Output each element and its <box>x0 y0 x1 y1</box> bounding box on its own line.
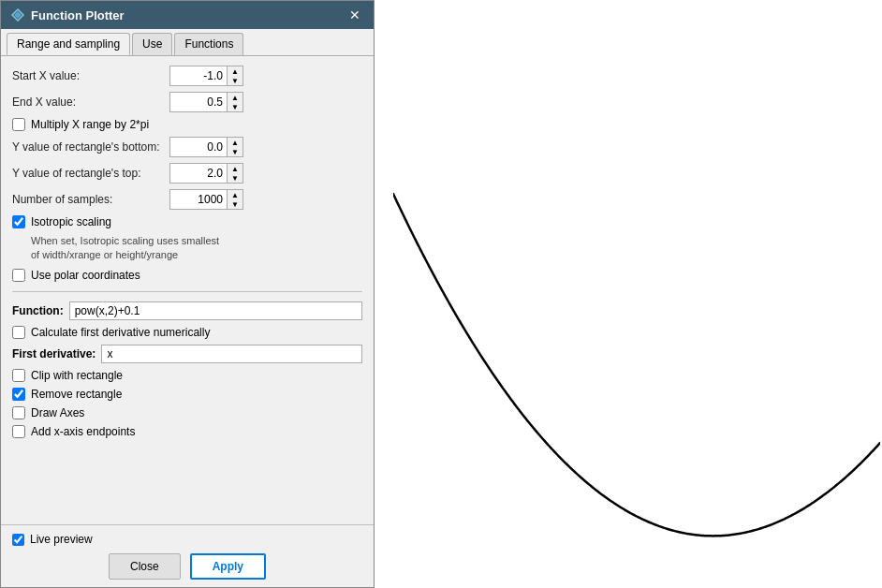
start-x-up[interactable]: ▲ <box>228 66 243 76</box>
separator-1 <box>12 291 362 292</box>
num-samples-spinner: ▲ ▼ <box>169 189 243 210</box>
live-preview-label: Live preview <box>30 533 93 546</box>
start-x-label: Start X value: <box>12 69 162 82</box>
isotropic-hint: When set, Isotropic scaling uses smalles… <box>31 234 362 263</box>
num-samples-row: Number of samples: ▲ ▼ <box>12 189 362 210</box>
function-row: Function: <box>12 301 362 320</box>
function-input[interactable] <box>69 301 362 320</box>
app-icon <box>10 7 25 22</box>
tab-content: Start X value: ▲ ▼ End X value: ▲ ▼ <box>1 56 374 524</box>
title-bar: Function Plotter ✕ <box>1 1 374 29</box>
y-top-down[interactable]: ▼ <box>228 173 243 183</box>
derivative-checkbox[interactable] <box>12 326 25 339</box>
title-bar-left: Function Plotter <box>10 7 125 22</box>
remove-rect-row: Remove rectangle <box>12 388 362 401</box>
isotropic-row: Isotropic scaling <box>12 215 362 228</box>
polar-row: Use polar coordinates <box>12 269 362 282</box>
clip-label: Clip with rectangle <box>31 369 123 382</box>
y-top-arrows: ▲ ▼ <box>227 164 243 183</box>
end-x-down[interactable]: ▼ <box>228 102 243 111</box>
add-endpoints-row: Add x-axis endpoints <box>12 425 362 438</box>
first-derivative-input[interactable] <box>101 345 362 363</box>
clip-row: Clip with rectangle <box>12 369 362 382</box>
end-x-input[interactable] <box>170 94 227 110</box>
num-samples-up[interactable]: ▲ <box>228 190 243 199</box>
clip-checkbox[interactable] <box>12 369 25 382</box>
num-samples-arrows: ▲ ▼ <box>227 190 243 209</box>
polar-checkbox[interactable] <box>12 269 25 282</box>
y-top-input[interactable] <box>170 165 227 182</box>
end-x-label: End X value: <box>12 96 162 109</box>
multiply-checkbox[interactable] <box>12 118 25 131</box>
y-bottom-label: Y value of rectangle's bottom: <box>12 140 162 154</box>
num-samples-input[interactable] <box>170 191 227 208</box>
footer-buttons: Close Apply <box>12 553 362 580</box>
polar-label: Use polar coordinates <box>31 269 140 282</box>
tab-bar: Range and sampling Use Functions <box>1 29 374 56</box>
draw-axes-checkbox[interactable] <box>12 406 25 419</box>
start-x-down[interactable]: ▼ <box>228 76 243 85</box>
isotropic-checkbox[interactable] <box>12 215 25 228</box>
draw-axes-label: Draw Axes <box>31 406 84 419</box>
isotropic-hint-line2: of width/xrange or height/yrange <box>31 249 178 260</box>
tab-functions[interactable]: Functions <box>174 33 243 55</box>
num-samples-label: Number of samples: <box>12 193 162 206</box>
start-x-row: Start X value: ▲ ▼ <box>12 66 362 86</box>
start-x-arrows: ▲ ▼ <box>227 66 243 85</box>
add-endpoints-label: Add x-axis endpoints <box>31 425 135 438</box>
y-top-label: Y value of rectangle's top: <box>12 167 162 180</box>
y-bottom-row: Y value of rectangle's bottom: ▲ ▼ <box>12 137 362 157</box>
end-x-spinner: ▲ ▼ <box>169 92 243 112</box>
y-bottom-input[interactable] <box>170 139 227 155</box>
function-label: Function: <box>12 304 64 317</box>
derivative-check-row: Calculate first derivative numerically <box>12 326 362 339</box>
y-bottom-up[interactable]: ▲ <box>228 138 243 147</box>
remove-rect-checkbox[interactable] <box>12 388 25 401</box>
start-x-input[interactable] <box>170 67 227 84</box>
y-top-up[interactable]: ▲ <box>228 164 243 173</box>
function-plotter-dialog: Function Plotter ✕ Range and sampling Us… <box>0 0 375 588</box>
isotropic-hint-line1: When set, Isotropic scaling uses smalles… <box>31 235 219 246</box>
y-top-spinner: ▲ ▼ <box>169 163 243 184</box>
dialog-title: Function Plotter <box>31 8 125 22</box>
live-preview-row: Live preview <box>12 533 362 546</box>
tab-use[interactable]: Use <box>132 33 172 55</box>
y-bottom-down[interactable]: ▼ <box>228 147 243 156</box>
live-preview-checkbox[interactable] <box>12 534 24 546</box>
tab-range-sampling[interactable]: Range and sampling <box>7 33 130 55</box>
first-derivative-row: First derivative: <box>12 345 362 363</box>
apply-button[interactable]: Apply <box>190 553 266 580</box>
chart-area <box>375 0 882 588</box>
multiply-row: Multiply X range by 2*pi <box>12 118 362 131</box>
end-x-arrows: ▲ ▼ <box>227 93 243 111</box>
isotropic-label: Isotropic scaling <box>31 215 111 228</box>
function-plot-canvas <box>393 19 880 562</box>
end-x-row: End X value: ▲ ▼ <box>12 92 362 112</box>
first-derivative-label: First derivative: <box>12 347 96 360</box>
y-bottom-spinner: ▲ ▼ <box>169 137 243 157</box>
remove-rect-label: Remove rectangle <box>31 388 122 401</box>
y-bottom-arrows: ▲ ▼ <box>227 138 243 156</box>
derivative-check-label: Calculate first derivative numerically <box>31 326 210 339</box>
num-samples-down[interactable]: ▼ <box>228 199 243 209</box>
close-button[interactable]: ✕ <box>345 6 364 24</box>
close-dialog-button[interactable]: Close <box>109 553 181 580</box>
draw-axes-row: Draw Axes <box>12 406 362 419</box>
add-endpoints-checkbox[interactable] <box>12 425 25 438</box>
multiply-label: Multiply X range by 2*pi <box>31 118 149 131</box>
dialog-footer: Live preview Close Apply <box>1 524 374 587</box>
start-x-spinner: ▲ ▼ <box>169 66 243 86</box>
end-x-up[interactable]: ▲ <box>228 93 243 102</box>
y-top-row: Y value of rectangle's top: ▲ ▼ <box>12 163 362 184</box>
